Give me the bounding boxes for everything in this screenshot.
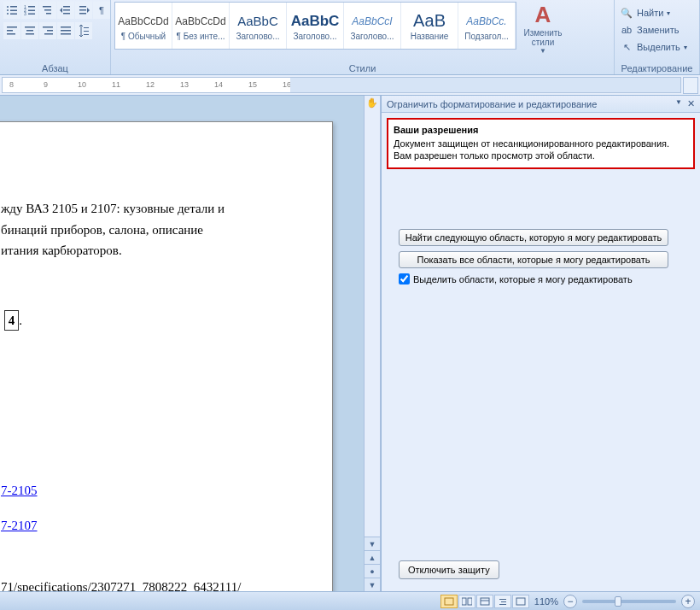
style-gallery[interactable]: AaBbCcDd¶ Обычный AaBbCcDd¶ Без инте... …	[114, 2, 516, 50]
styles-group-label: Стили	[114, 62, 610, 74]
svg-rect-43	[499, 604, 506, 605]
svg-rect-14	[46, 13, 51, 15]
boxed-char: 4	[4, 310, 20, 331]
svg-rect-44	[516, 598, 525, 605]
svg-point-2	[7, 9, 9, 11]
style-heading3[interactable]: AaBbCcIЗаголово...	[344, 3, 401, 49]
status-bar: 110% − +	[0, 591, 700, 610]
style-subtitle[interactable]: AaBbCc.Подзагол...	[458, 3, 516, 49]
line-spacing-button[interactable]	[75, 22, 92, 39]
chevron-down-icon: ▼	[540, 47, 546, 55]
show-marks-button[interactable]: ¶	[93, 2, 110, 19]
select-button[interactable]: ↖Выделить▾	[618, 39, 689, 55]
style-normal[interactable]: AaBbCcDd¶ Обычный	[115, 3, 172, 49]
svg-rect-7	[28, 6, 35, 8]
style-nospacing[interactable]: AaBbCcDd¶ Без инте...	[172, 3, 230, 49]
show-all-regions-button[interactable]: Показать все области, которые я могу ред…	[399, 251, 668, 268]
align-right-button[interactable]	[39, 22, 56, 39]
zoom-in-button[interactable]: +	[681, 595, 695, 608]
browse-object-button[interactable]: ●	[365, 564, 380, 578]
svg-rect-28	[47, 30, 53, 32]
fullscreen-reading-view-button[interactable]	[458, 595, 475, 608]
zoom-slider-thumb[interactable]	[615, 596, 621, 607]
svg-rect-30	[61, 26, 71, 28]
svg-rect-3	[10, 10, 17, 12]
svg-rect-21	[7, 26, 17, 28]
next-page-button[interactable]: ▼	[365, 578, 380, 591]
svg-rect-33	[84, 27, 89, 28]
binoculars-icon: 🔍	[620, 8, 633, 19]
svg-rect-27	[43, 26, 53, 28]
svg-rect-26	[26, 33, 34, 35]
svg-rect-9	[28, 10, 35, 12]
vertical-scrollbar[interactable]: ✋ ▼ ▲ ● ▼	[364, 96, 381, 591]
zoom-out-button[interactable]: −	[563, 595, 577, 608]
find-button[interactable]: 🔍Найти▾	[618, 5, 672, 21]
svg-text:3: 3	[24, 11, 26, 16]
change-styles-icon: A	[535, 2, 551, 28]
style-heading1[interactable]: AaBbCЗаголово...	[230, 3, 287, 49]
taskpane-menu-icon[interactable]: ▼	[675, 98, 682, 109]
bullets-button[interactable]	[3, 2, 20, 19]
highlight-regions-input[interactable]	[399, 273, 410, 284]
outline-view-button[interactable]	[494, 595, 511, 608]
link-2105[interactable]: 7-2105	[1, 484, 38, 497]
document-page[interactable]: жду ВАЗ 2105 и 2107: кузовные детали и б…	[0, 121, 333, 610]
hand-tool-icon[interactable]: ✋	[365, 96, 380, 109]
svg-rect-32	[61, 33, 71, 35]
align-left-button[interactable]	[3, 22, 20, 39]
styles-group: AaBbCcDd¶ Обычный AaBbCcDd¶ Без инте... …	[111, 0, 615, 74]
svg-rect-12	[43, 6, 51, 8]
align-center-button[interactable]	[21, 22, 38, 39]
zoom-percentage[interactable]: 110%	[534, 596, 558, 607]
svg-rect-23	[7, 33, 15, 35]
change-styles-button[interactable]: A Изменить стили ▼	[518, 2, 568, 55]
editing-group-label: Редактирование	[618, 62, 696, 74]
permissions-text: Вам разрешен только просмотр этой област…	[394, 150, 688, 161]
svg-rect-41	[499, 599, 506, 600]
svg-rect-31	[61, 30, 71, 32]
svg-rect-34	[84, 31, 89, 32]
find-next-region-button[interactable]: Найти следующую область, которую я могу …	[399, 229, 668, 246]
increase-indent-button[interactable]	[75, 2, 92, 19]
svg-rect-25	[26, 30, 33, 32]
style-title[interactable]: АаВНазвание	[401, 3, 458, 49]
draft-view-button[interactable]	[512, 595, 529, 608]
svg-rect-42	[501, 601, 506, 602]
svg-rect-35	[84, 34, 89, 35]
disable-protection-button[interactable]: Отключить защиту	[399, 560, 499, 579]
svg-point-0	[7, 6, 9, 8]
web-layout-view-button[interactable]	[476, 595, 493, 608]
zoom-slider[interactable]	[582, 600, 676, 603]
multilevel-button[interactable]	[39, 2, 56, 19]
scroll-down-button[interactable]: ▼	[365, 537, 380, 550]
highlight-regions-checkbox[interactable]: Выделить области, которые я могу редакти…	[399, 273, 695, 284]
svg-rect-37	[462, 598, 466, 605]
replace-button[interactable]: abЗаменить	[618, 22, 680, 38]
numbering-button[interactable]: 123	[21, 2, 38, 19]
view-buttons	[440, 595, 529, 608]
style-heading2[interactable]: AaBbCЗаголово...	[287, 3, 344, 49]
taskpane-close-icon[interactable]: ✕	[687, 98, 695, 109]
horizontal-ruler[interactable]: 8 9 10 11 12 13 14 15 16 17	[2, 77, 681, 93]
ruler-toggle-button[interactable]	[683, 77, 698, 94]
cursor-icon: ↖	[620, 42, 633, 53]
svg-rect-19	[79, 9, 86, 11]
decrease-indent-button[interactable]	[57, 2, 74, 19]
doc-text: жду ВАЗ 2105 и 2107: кузовные детали и	[1, 199, 315, 219]
replace-icon: ab	[620, 25, 633, 35]
svg-rect-36	[445, 598, 453, 605]
svg-rect-16	[63, 9, 70, 11]
prev-page-button[interactable]: ▲	[365, 550, 380, 564]
ribbon: 123 ¶ Абзац AaBbCcDd¶ Обычный AaBbCcDd¶ …	[0, 0, 700, 75]
document-pane: жду ВАЗ 2105 и 2107: кузовные детали и б…	[0, 96, 364, 591]
doc-text: бинаций приборов, салона, описание	[1, 220, 315, 240]
link-2107[interactable]: 7-2107	[1, 519, 38, 532]
svg-rect-29	[44, 33, 53, 35]
justify-button[interactable]	[57, 22, 74, 39]
svg-rect-11	[28, 14, 35, 15]
svg-rect-1	[10, 6, 17, 8]
print-layout-view-button[interactable]	[440, 595, 458, 608]
paragraph-group: 123 ¶ Абзац	[0, 0, 111, 74]
svg-rect-38	[468, 598, 472, 605]
